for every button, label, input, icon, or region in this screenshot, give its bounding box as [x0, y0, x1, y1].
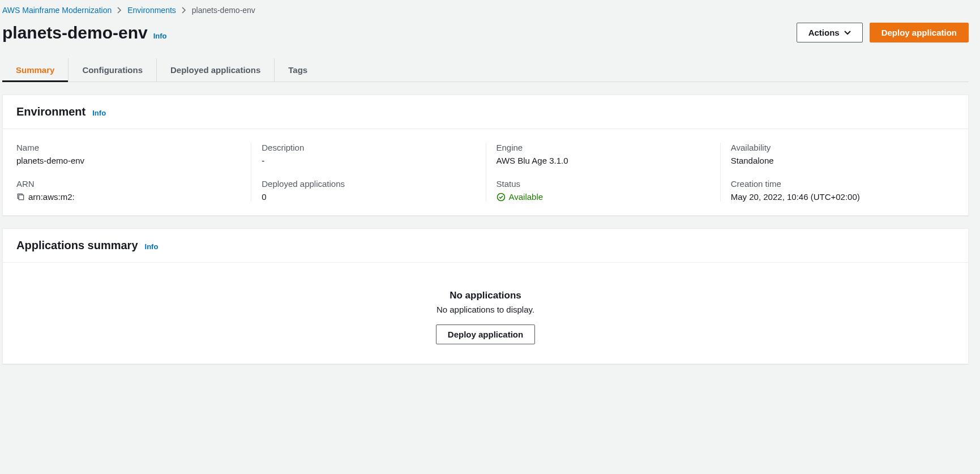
caret-down-icon	[844, 31, 851, 35]
environment-panel-title: Environment	[16, 105, 85, 118]
svg-rect-0	[19, 195, 23, 199]
label-description: Description	[262, 143, 475, 152]
tab-deployed-applications[interactable]: Deployed applications	[157, 58, 275, 82]
label-deployed-apps: Deployed applications	[262, 179, 475, 189]
breadcrumb-link-environments[interactable]: Environments	[127, 6, 176, 15]
value-engine: AWS Blu Age 3.1.0	[497, 156, 710, 165]
value-description: -	[262, 156, 475, 165]
tab-summary[interactable]: Summary	[2, 58, 69, 82]
value-status: Available	[509, 192, 544, 202]
actions-label: Actions	[808, 28, 840, 37]
tab-tags[interactable]: Tags	[275, 58, 321, 82]
info-link-environment[interactable]: Info	[92, 109, 106, 117]
info-link-applications[interactable]: Info	[145, 242, 159, 251]
value-creation-time: May 20, 2022, 10:46 (UTC+02:00)	[731, 192, 944, 202]
applications-summary-panel: Applications summary Info No application…	[2, 228, 969, 364]
deploy-application-button[interactable]: Deploy application	[870, 23, 969, 42]
applications-panel-title: Applications summary	[16, 239, 138, 252]
breadcrumb-link-root[interactable]: AWS Mainframe Modernization	[2, 6, 112, 15]
chevron-right-icon	[182, 7, 186, 14]
empty-state-subtitle: No applications to display.	[16, 305, 955, 314]
copy-icon[interactable]	[16, 193, 25, 201]
value-deployed-apps: 0	[262, 192, 475, 202]
deploy-application-empty-button[interactable]: Deploy application	[436, 324, 535, 344]
label-engine: Engine	[497, 143, 710, 152]
empty-state-title: No applications	[16, 290, 955, 301]
label-arn: ARN	[16, 179, 241, 189]
label-name: Name	[16, 143, 241, 152]
tabs: Summary Configurations Deployed applicat…	[2, 58, 969, 82]
page-title: planets-demo-env	[2, 23, 148, 42]
chevron-right-icon	[117, 7, 122, 14]
value-arn: arn:aws:m2:	[28, 192, 75, 202]
info-link-header[interactable]: Info	[153, 32, 167, 40]
actions-dropdown-button[interactable]: Actions	[797, 23, 863, 42]
applications-empty-state: No applications No applications to displ…	[16, 276, 955, 350]
check-circle-icon	[497, 193, 506, 202]
tab-configurations[interactable]: Configurations	[69, 58, 157, 82]
label-status: Status	[497, 179, 710, 189]
label-availability: Availability	[731, 143, 944, 152]
environment-panel: Environment Info Name planets-demo-env A…	[2, 95, 969, 216]
value-availability: Standalone	[731, 156, 944, 165]
value-name: planets-demo-env	[16, 156, 241, 165]
label-creation-time: Creation time	[731, 179, 944, 189]
breadcrumb-current: planets-demo-env	[192, 6, 255, 15]
page-header: planets-demo-env Info Actions Deploy app…	[2, 23, 969, 42]
breadcrumb: AWS Mainframe Modernization Environments…	[2, 0, 969, 23]
